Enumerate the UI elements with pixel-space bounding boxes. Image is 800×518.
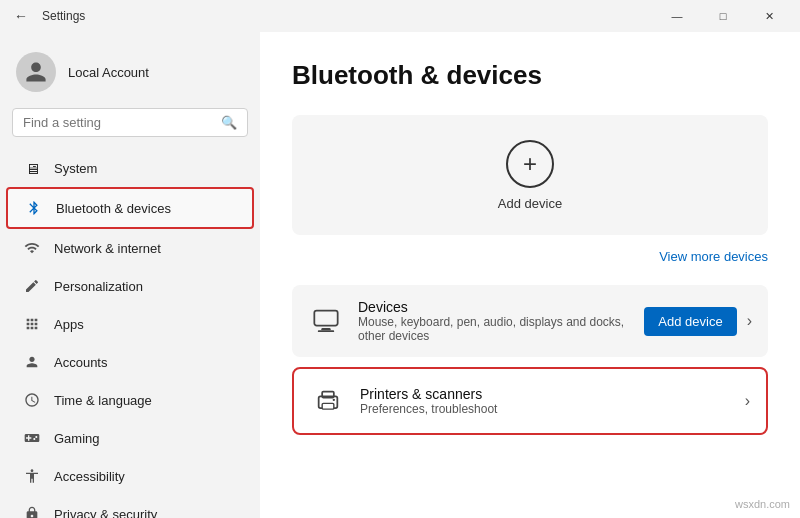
accessibility-nav-icon	[22, 466, 42, 486]
devices-icon	[308, 303, 344, 339]
sidebar-item-label-personalization: Personalization	[54, 279, 143, 294]
system-nav-icon: 🖥	[22, 158, 42, 178]
devices-title: Devices	[358, 299, 630, 315]
sidebar-item-label-privacy: Privacy & security	[54, 507, 157, 519]
printers-row[interactable]: Printers & scanners Preferences, trouble…	[292, 367, 768, 435]
search-input[interactable]	[23, 115, 213, 130]
svg-rect-2	[318, 330, 334, 332]
printers-actions: ›	[745, 392, 750, 410]
search-box[interactable]: 🔍	[12, 108, 248, 137]
sidebar-item-gaming[interactable]: Gaming	[6, 419, 254, 457]
printers-subtitle: Preferences, troubleshoot	[360, 402, 731, 416]
sidebar-item-label-gaming: Gaming	[54, 431, 100, 446]
apps-nav-icon	[22, 314, 42, 334]
close-button[interactable]: ✕	[746, 0, 792, 32]
sidebar-item-label-bluetooth: Bluetooth & devices	[56, 201, 171, 216]
devices-chevron-icon: ›	[747, 312, 752, 330]
svg-rect-5	[322, 403, 334, 409]
devices-actions: Add device ›	[644, 307, 752, 336]
titlebar-title: Settings	[42, 9, 85, 23]
add-device-card[interactable]: + Add device	[292, 115, 768, 235]
sidebar-item-system[interactable]: 🖥System	[6, 149, 254, 187]
user-name: Local Account	[68, 65, 149, 80]
sidebar-item-label-time: Time & language	[54, 393, 152, 408]
printers-title: Printers & scanners	[360, 386, 731, 402]
titlebar-left: ← Settings	[8, 8, 85, 24]
person-icon	[24, 60, 48, 84]
svg-rect-0	[314, 311, 337, 326]
time-nav-icon	[22, 390, 42, 410]
network-nav-icon	[22, 238, 42, 258]
sidebar-item-privacy[interactable]: Privacy & security	[6, 495, 254, 518]
sidebar-item-label-accounts: Accounts	[54, 355, 107, 370]
devices-row[interactable]: Devices Mouse, keyboard, pen, audio, dis…	[292, 285, 768, 357]
view-more-section: View more devices	[292, 247, 768, 265]
devices-info: Devices Mouse, keyboard, pen, audio, dis…	[358, 299, 630, 343]
svg-rect-4	[322, 392, 334, 398]
sidebar-item-accessibility[interactable]: Accessibility	[6, 457, 254, 495]
page-title: Bluetooth & devices	[292, 60, 768, 91]
bluetooth-nav-icon	[24, 198, 44, 218]
sidebar: Local Account 🔍 🖥SystemBluetooth & devic…	[0, 32, 260, 518]
titlebar: ← Settings — □ ✕	[0, 0, 800, 32]
view-more-link[interactable]: View more devices	[659, 249, 768, 264]
printer-icon	[310, 383, 346, 419]
svg-rect-1	[321, 328, 330, 330]
sidebar-item-personalization[interactable]: Personalization	[6, 267, 254, 305]
sidebar-item-label-apps: Apps	[54, 317, 84, 332]
watermark: wsxdn.com	[735, 498, 790, 510]
titlebar-controls: — □ ✕	[654, 0, 792, 32]
sidebar-item-label-system: System	[54, 161, 97, 176]
sidebar-item-time[interactable]: Time & language	[6, 381, 254, 419]
printers-chevron-icon: ›	[745, 392, 750, 410]
minimize-button[interactable]: —	[654, 0, 700, 32]
nav-list: 🖥SystemBluetooth & devicesNetwork & inte…	[0, 149, 260, 518]
sidebar-item-label-accessibility: Accessibility	[54, 469, 125, 484]
privacy-nav-icon	[22, 504, 42, 518]
search-icon: 🔍	[221, 115, 237, 130]
accounts-nav-icon	[22, 352, 42, 372]
user-section: Local Account	[0, 40, 260, 108]
printers-info: Printers & scanners Preferences, trouble…	[360, 386, 731, 416]
devices-subtitle: Mouse, keyboard, pen, audio, displays an…	[358, 315, 630, 343]
back-button[interactable]: ←	[8, 8, 34, 24]
gaming-nav-icon	[22, 428, 42, 448]
add-device-circle-icon: +	[506, 140, 554, 188]
avatar	[16, 52, 56, 92]
add-device-label: Add device	[498, 196, 562, 211]
sidebar-item-network[interactable]: Network & internet	[6, 229, 254, 267]
personalization-nav-icon	[22, 276, 42, 296]
svg-point-6	[333, 399, 335, 401]
sidebar-item-label-network: Network & internet	[54, 241, 161, 256]
content-area: Bluetooth & devices + Add device View mo…	[260, 32, 800, 518]
sidebar-item-apps[interactable]: Apps	[6, 305, 254, 343]
maximize-button[interactable]: □	[700, 0, 746, 32]
devices-add-button[interactable]: Add device	[644, 307, 736, 336]
sidebar-item-bluetooth[interactable]: Bluetooth & devices	[6, 187, 254, 229]
sidebar-item-accounts[interactable]: Accounts	[6, 343, 254, 381]
main-window: Local Account 🔍 🖥SystemBluetooth & devic…	[0, 32, 800, 518]
